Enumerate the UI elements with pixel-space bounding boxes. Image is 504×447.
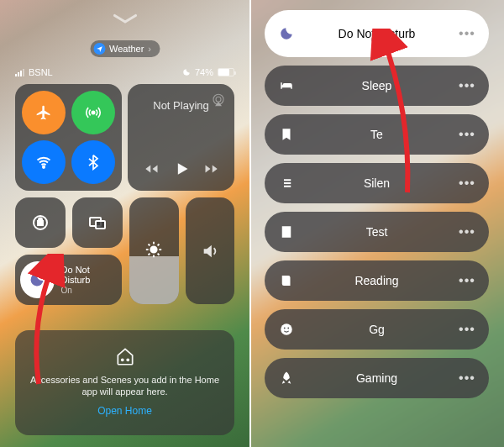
collapse-chevron-icon[interactable] bbox=[113, 12, 138, 24]
svg-point-9 bbox=[127, 359, 129, 360]
carrier-label: BSNL bbox=[29, 67, 53, 77]
more-button[interactable]: ••• bbox=[457, 78, 477, 93]
airplay-icon[interactable] bbox=[211, 92, 226, 108]
bluetooth-toggle[interactable] bbox=[71, 140, 115, 184]
more-button[interactable]: ••• bbox=[457, 26, 477, 41]
brightness-slider[interactable] bbox=[129, 197, 179, 304]
focus-label: Te bbox=[297, 128, 457, 141]
home-module[interactable]: Accessories and Scenes you add in the Ho… bbox=[15, 330, 234, 435]
music-module[interactable]: Not Playing bbox=[128, 84, 234, 191]
focus-label: Gg bbox=[297, 323, 457, 336]
connectivity-module[interactable] bbox=[15, 84, 122, 191]
home-message: Accessories and Scenes you add in the Ho… bbox=[29, 374, 221, 398]
svg-point-1 bbox=[43, 166, 45, 168]
svg-point-10 bbox=[281, 323, 292, 335]
next-track-button[interactable] bbox=[204, 161, 219, 180]
panel-divider bbox=[249, 0, 251, 447]
focus-menu-right: Do Not Disturb On ••• Sleep ••• Te ••• S… bbox=[249, 0, 504, 447]
battery-icon bbox=[218, 68, 234, 76]
control-center-left: Weather › BSNL 74% Not Playing bbox=[0, 0, 249, 447]
rocket-icon bbox=[276, 368, 297, 388]
volume-slider[interactable] bbox=[186, 197, 235, 304]
focus-label: Reading bbox=[297, 274, 457, 287]
list-icon bbox=[276, 173, 297, 193]
focus-state: On bbox=[371, 35, 382, 45]
svg-point-7 bbox=[151, 246, 157, 252]
focus-label: Silen bbox=[297, 176, 457, 190]
svg-point-11 bbox=[284, 328, 286, 329]
smile-icon bbox=[276, 319, 297, 339]
more-button[interactable]: ••• bbox=[457, 127, 477, 142]
orientation-lock-toggle[interactable] bbox=[15, 197, 66, 248]
wifi-toggle[interactable] bbox=[22, 140, 66, 184]
svg-point-8 bbox=[121, 359, 123, 360]
focus-item-silen[interactable]: Silen ••• bbox=[265, 163, 489, 203]
more-button[interactable]: ••• bbox=[457, 224, 477, 239]
prev-track-button[interactable] bbox=[144, 161, 159, 180]
focus-item-dnd[interactable]: Do Not Disturb On ••• bbox=[265, 10, 489, 57]
focus-item-reading[interactable]: Reading ••• bbox=[265, 260, 489, 301]
signal-icon bbox=[15, 69, 24, 76]
location-icon bbox=[93, 43, 105, 55]
bookmark-icon bbox=[276, 124, 297, 145]
svg-point-3 bbox=[216, 97, 221, 102]
app-tag-label: Weather bbox=[109, 44, 144, 54]
more-button[interactable]: ••• bbox=[457, 176, 477, 191]
svg-point-0 bbox=[92, 111, 94, 113]
status-bar: BSNL 74% bbox=[15, 67, 234, 77]
svg-rect-6 bbox=[96, 221, 105, 229]
screen-mirror-toggle[interactable] bbox=[72, 197, 123, 248]
home-icon bbox=[114, 345, 136, 367]
focus-item-gg[interactable]: Gg ••• bbox=[265, 309, 489, 350]
focus-item-sleep[interactable]: Sleep ••• bbox=[265, 66, 489, 106]
focus-item-te[interactable]: Te ••• bbox=[265, 114, 489, 155]
moon-status-icon bbox=[182, 68, 191, 76]
svg-point-12 bbox=[287, 328, 289, 329]
moon-icon bbox=[20, 261, 55, 298]
book-icon bbox=[276, 271, 297, 291]
bed-icon bbox=[276, 76, 297, 96]
cellular-toggle[interactable] bbox=[71, 91, 115, 134]
moon-icon bbox=[276, 24, 297, 44]
more-button[interactable]: ••• bbox=[457, 322, 477, 337]
more-button[interactable]: ••• bbox=[457, 371, 477, 386]
focus-label: Gaming bbox=[297, 371, 457, 385]
focus-label: Test bbox=[297, 225, 457, 239]
building-icon bbox=[276, 222, 297, 242]
dnd-state: On bbox=[61, 286, 117, 296]
focus-label: Sleep bbox=[297, 79, 457, 92]
focus-dnd-toggle[interactable]: Do Not Disturb On bbox=[15, 255, 122, 305]
focus-item-gaming[interactable]: Gaming ••• bbox=[265, 358, 489, 398]
play-button[interactable] bbox=[173, 160, 190, 181]
open-home-link[interactable]: Open Home bbox=[29, 405, 221, 417]
battery-pct: 74% bbox=[195, 67, 213, 77]
airplane-toggle[interactable] bbox=[22, 91, 66, 134]
chevron-right-icon: › bbox=[148, 44, 151, 54]
more-button[interactable]: ••• bbox=[457, 273, 477, 288]
focus-item-test[interactable]: Test ••• bbox=[265, 212, 489, 252]
app-tag-weather[interactable]: Weather › bbox=[90, 40, 160, 57]
dnd-title: Do Not Disturb bbox=[61, 265, 117, 286]
